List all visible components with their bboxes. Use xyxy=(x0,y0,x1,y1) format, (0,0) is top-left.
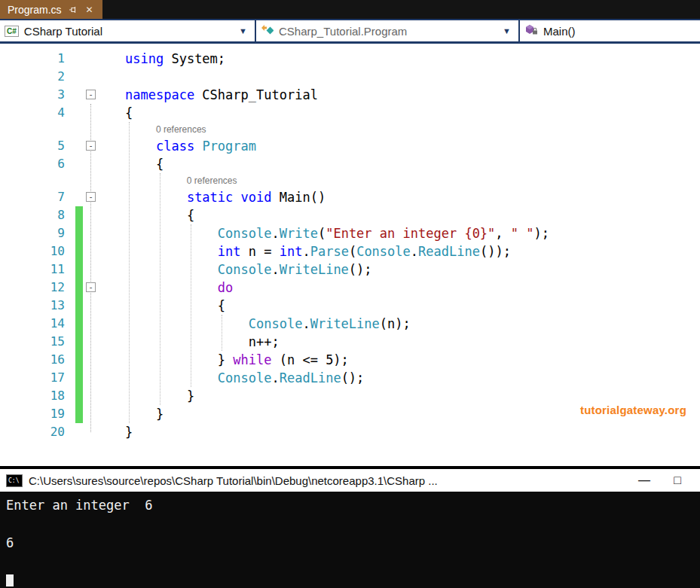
outlining-margin xyxy=(83,242,99,260)
code-text[interactable] xyxy=(99,68,125,86)
line-number: 4 xyxy=(0,104,75,122)
codelens-row: 0 references xyxy=(0,173,700,188)
code-text[interactable]: { xyxy=(99,206,194,224)
change-tracking-bar xyxy=(75,315,83,333)
outlining-margin xyxy=(83,206,99,224)
code-line: 5- class Program xyxy=(0,137,700,155)
line-number: 13 xyxy=(0,297,75,315)
close-icon[interactable]: ✕ xyxy=(84,5,95,15)
change-margin xyxy=(75,423,83,441)
code-text[interactable]: using System; xyxy=(99,50,225,68)
code-line: 17 Console.ReadLine(); xyxy=(0,369,700,387)
code-text[interactable]: Console.ReadLine(); xyxy=(99,369,364,387)
fold-collapse-toggle[interactable]: - xyxy=(86,192,96,202)
change-margin xyxy=(75,122,83,137)
fold-collapse-toggle[interactable]: - xyxy=(86,90,96,99)
code-line: 1using System; xyxy=(0,50,700,68)
code-text[interactable]: Console.WriteLine(); xyxy=(99,260,372,279)
console-line: Enter an integer 6 xyxy=(6,496,700,515)
outlining-margin xyxy=(83,224,99,242)
code-text[interactable]: Console.Write("Enter an integer {0}", " … xyxy=(99,224,549,242)
project-dropdown[interactable]: C# CSharp Tutorial ▼ xyxy=(0,20,256,41)
console-line: 6 xyxy=(6,534,700,553)
codelens-row: 0 references xyxy=(0,122,700,137)
fold-collapse-toggle[interactable]: - xyxy=(86,141,96,151)
outlining-margin xyxy=(83,68,99,86)
code-line: 12- do xyxy=(0,279,700,297)
code-editor[interactable]: 1using System;23-namespace CSharp_Tutori… xyxy=(0,44,700,466)
code-line: 20} xyxy=(0,423,700,441)
line-number: 1 xyxy=(0,50,75,68)
change-tracking-bar xyxy=(75,260,83,279)
change-tracking-bar xyxy=(75,405,83,423)
code-text[interactable]: static void Main() xyxy=(99,188,326,206)
code-text[interactable]: do xyxy=(99,279,233,297)
code-text[interactable]: namespace CSharp_Tutorial xyxy=(99,86,318,104)
console-output[interactable]: Enter an integer 66 xyxy=(0,492,700,588)
type-dropdown[interactable]: CSharp_Tutorial.Program ▼ xyxy=(256,20,520,41)
code-text[interactable]: class Program xyxy=(99,137,256,155)
editor-rows: 1using System;23-namespace CSharp_Tutori… xyxy=(0,44,700,441)
line-number: 9 xyxy=(0,224,75,242)
outlining-margin: - xyxy=(83,137,99,155)
code-line: 15 n++; xyxy=(0,333,700,351)
chevron-down-icon: ▼ xyxy=(503,26,511,35)
change-tracking-bar xyxy=(75,279,83,297)
code-text[interactable]: } while (n <= 5); xyxy=(99,351,349,369)
outlining-margin xyxy=(83,173,99,188)
outlining-margin xyxy=(83,155,99,173)
code-line: 2 xyxy=(0,68,700,86)
code-line: 14 Console.WriteLine(n); xyxy=(0,315,700,333)
console-title: C:\Users\sures\source\repos\CSharp Tutor… xyxy=(29,474,628,487)
fold-collapse-toggle[interactable]: - xyxy=(86,282,96,292)
code-text[interactable]: { xyxy=(99,297,225,315)
outline-guide xyxy=(90,104,91,432)
outlining-margin: - xyxy=(83,279,99,297)
code-text[interactable]: int n = int.Parse(Console.ReadLine()); xyxy=(99,242,511,260)
method-lock-icon xyxy=(524,24,538,38)
change-margin xyxy=(75,50,83,68)
minimize-button[interactable]: — xyxy=(628,474,661,487)
line-number: 12 xyxy=(0,279,75,297)
line-number: 6 xyxy=(0,155,75,173)
line-number: 11 xyxy=(0,260,75,279)
codelens-references[interactable]: 0 references xyxy=(99,173,237,188)
outlining-margin xyxy=(83,122,99,137)
codelens-references[interactable]: 0 references xyxy=(99,122,206,137)
change-tracking-bar xyxy=(75,206,83,224)
outlining-margin xyxy=(83,104,99,122)
line-number xyxy=(0,173,75,188)
pin-icon[interactable] xyxy=(69,5,78,14)
outlining-margin: - xyxy=(83,86,99,104)
line-number: 17 xyxy=(0,369,75,387)
change-margin xyxy=(75,86,83,104)
class-icon xyxy=(261,24,274,38)
member-dropdown-label: Main() xyxy=(543,25,695,38)
watermark: tutorialgateway.org xyxy=(580,404,686,416)
line-number: 16 xyxy=(0,351,75,369)
chevron-down-icon: ▼ xyxy=(239,26,247,35)
maximize-button[interactable]: □ xyxy=(661,474,694,487)
change-margin xyxy=(75,155,83,173)
tab-program-cs[interactable]: Program.cs ✕ xyxy=(0,0,102,19)
change-tracking-bar xyxy=(75,242,83,260)
outlining-margin xyxy=(83,369,99,387)
csharp-project-icon: C# xyxy=(5,26,19,37)
console-titlebar[interactable]: C:\ C:\Users\sures\source\repos\CSharp T… xyxy=(0,469,700,492)
outlining-margin xyxy=(83,50,99,68)
type-dropdown-label: CSharp_Tutorial.Program xyxy=(279,25,500,38)
code-text[interactable]: } xyxy=(99,405,164,423)
code-text[interactable]: n++; xyxy=(99,333,280,351)
change-tracking-bar xyxy=(75,297,83,315)
change-tracking-bar xyxy=(75,369,83,387)
code-text[interactable]: Console.WriteLine(n); xyxy=(99,315,411,333)
code-text[interactable]: } xyxy=(99,387,194,405)
code-text[interactable]: } xyxy=(99,423,133,441)
code-text[interactable]: { xyxy=(99,104,133,122)
code-line: 18 } xyxy=(0,387,700,405)
code-text[interactable]: { xyxy=(99,155,164,173)
line-number: 18 xyxy=(0,387,75,405)
indent-guide xyxy=(160,173,160,405)
outlining-margin xyxy=(83,333,99,351)
member-dropdown[interactable]: Main() xyxy=(520,20,700,41)
